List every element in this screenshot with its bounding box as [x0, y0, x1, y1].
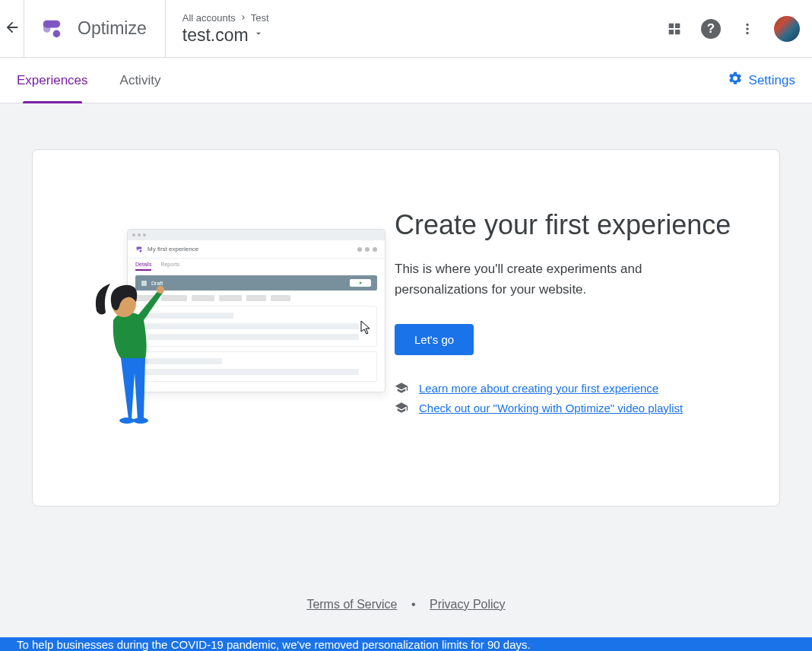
empty-state-card: My first experience Details Reports Draf… — [32, 149, 780, 507]
app-header: Optimize All accounts Test test.com ? — [0, 0, 812, 58]
more-vert-icon[interactable] — [739, 21, 756, 37]
product-name: Optimize — [78, 18, 147, 39]
lets-go-button[interactable]: Let's go — [395, 324, 474, 355]
svg-rect-4 — [137, 246, 142, 249]
optimize-logo-icon — [40, 17, 64, 41]
education-icon — [395, 381, 408, 395]
breadcrumb[interactable]: All accounts Test — [182, 12, 666, 24]
footer-links: Terms of Service • Privacy Policy — [0, 598, 812, 611]
learn-more-link[interactable]: Learn more about creating your first exp… — [419, 382, 658, 395]
hero-content: Create your first experience This is whe… — [395, 180, 737, 475]
tabs: Experiences Activity — [17, 58, 728, 103]
help-icon[interactable]: ? — [701, 19, 721, 39]
education-icon — [395, 401, 408, 414]
illustration-person — [90, 275, 174, 427]
svg-point-5 — [140, 249, 142, 252]
mock-title: My first experience — [147, 246, 198, 252]
breadcrumb-area: All accounts Test test.com — [166, 12, 666, 46]
svg-point-2 — [53, 30, 61, 37]
gear-icon — [728, 71, 743, 90]
info-banner: To help businesses during the COVID-19 p… — [0, 637, 812, 651]
footer-separator: • — [411, 598, 416, 611]
link-row-video: Check out our "Working with Optimize" vi… — [395, 401, 737, 414]
svg-point-8 — [119, 418, 135, 424]
settings-label: Settings — [749, 73, 795, 88]
header-actions: ? — [666, 16, 800, 42]
chevron-right-icon — [239, 13, 248, 22]
svg-point-6 — [157, 286, 164, 294]
link-row-learn-more: Learn more about creating your first exp… — [395, 381, 737, 395]
banner-text: To help businesses during the COVID-19 p… — [17, 638, 531, 651]
site-name: test.com — [182, 25, 249, 46]
apps-icon[interactable] — [666, 21, 683, 37]
mock-tab-details: Details — [135, 262, 151, 271]
tabs-row: Experiences Activity Settings — [0, 58, 812, 103]
video-playlist-link[interactable]: Check out our "Working with Optimize" vi… — [419, 402, 683, 414]
breadcrumb-root: All accounts — [182, 12, 236, 24]
product-logo-area[interactable]: Optimize — [24, 0, 166, 57]
help-links: Learn more about creating your first exp… — [395, 381, 737, 414]
privacy-link[interactable]: Privacy Policy — [430, 598, 506, 611]
settings-link[interactable]: Settings — [728, 71, 795, 90]
mock-tab-reports: Reports — [160, 262, 179, 271]
tab-activity[interactable]: Activity — [120, 58, 161, 103]
avatar-image — [774, 16, 800, 42]
svg-rect-1 — [43, 20, 60, 27]
illustration-area: My first experience Details Reports Draf… — [75, 180, 395, 475]
account-avatar[interactable] — [774, 16, 800, 42]
terms-link[interactable]: Terms of Service — [306, 598, 397, 611]
hero-title: Create your first experience — [395, 208, 737, 242]
caret-down-icon — [253, 28, 264, 42]
main: My first experience Details Reports Draf… — [0, 103, 812, 651]
tab-experiences[interactable]: Experiences — [17, 58, 88, 103]
back-button[interactable] — [0, 0, 24, 57]
breadcrumb-leaf: Test — [251, 12, 269, 24]
arrow-left-icon — [4, 19, 21, 39]
svg-point-9 — [133, 418, 148, 424]
hero-description: This is where you'll create experiments … — [395, 259, 737, 300]
site-selector[interactable]: test.com — [182, 25, 666, 46]
